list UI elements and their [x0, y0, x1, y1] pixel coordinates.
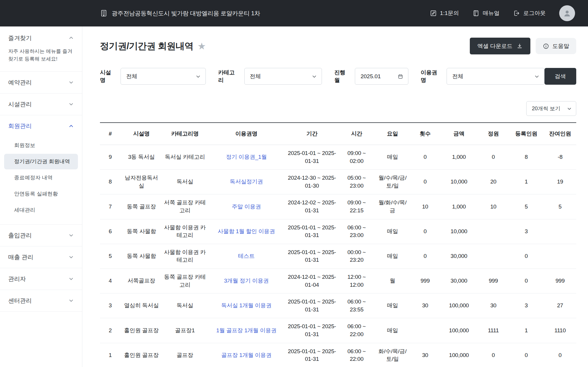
sidebar-item-admin[interactable]: 관리자: [0, 268, 82, 290]
cell-facility: 3동 독서실: [121, 145, 162, 170]
sidebar-item-reservation[interactable]: 예약관리: [0, 72, 82, 94]
cell-category: 사물함 이용권 카테고리: [162, 244, 208, 268]
cell-pass: 정기 이용권_1월: [208, 145, 285, 170]
avatar[interactable]: [559, 5, 575, 21]
page-title: 정기권/기간권 회원내역: [100, 40, 193, 52]
cell-period: 2025-01-01 ~ 2025-01-31: [285, 219, 339, 244]
cell-facility: 서쪽골프장: [121, 268, 162, 293]
sidebar-subitem-member-info[interactable]: 회원정보: [4, 138, 78, 153]
page-size-value: 20개씩 보기: [532, 105, 560, 112]
col-amount: 금액: [440, 123, 478, 145]
table-row: 93동 독서실독서실 카테고리정기 이용권_1월2025-01-01 ~ 202…: [100, 145, 576, 170]
pass-link[interactable]: 주말 이용권: [232, 203, 261, 210]
cell-capacity: [478, 244, 509, 268]
cell-facility: 동쪽 사물함: [121, 244, 162, 268]
book-icon: [472, 10, 480, 17]
cell-facility: 동쪽 골프장: [121, 194, 162, 219]
cell-remaining: [544, 219, 576, 244]
sidebar-item-facility[interactable]: 시설관리: [0, 94, 82, 115]
cell-count: 30: [410, 343, 440, 367]
cell-registered: 1: [509, 318, 544, 343]
chevron-up-icon: [69, 35, 74, 41]
pass-select[interactable]: 전체: [447, 68, 544, 85]
search-button[interactable]: 검색: [544, 68, 576, 85]
cell-category: 독서실 카테고리: [162, 145, 208, 170]
sidebar-item-favorites[interactable]: 즐겨찾기: [0, 28, 82, 48]
pass-link[interactable]: 3개월 정기 이용권: [224, 278, 269, 284]
filter-bar: 시설명 전체 카테고리 전체 진행월 2025.01 이용권명: [100, 68, 576, 85]
cell-registered: 8: [509, 145, 544, 170]
cell-capacity: 30: [478, 293, 509, 318]
sidebar-subitem-expiring[interactable]: 종료예정자 내역: [4, 170, 78, 186]
sidebar-item-center[interactable]: 센터관리: [0, 290, 82, 312]
inquiry-button[interactable]: 1:1문의: [430, 9, 459, 17]
main-content: 정기권/기간권 회원내역 ★ 엑셀 다운로드: [82, 26, 588, 367]
cell-num: 9: [100, 145, 121, 170]
cell-remaining: 27: [544, 293, 576, 318]
pass-link[interactable]: 1월 골프장 1개월 이용권: [216, 327, 276, 333]
month-input[interactable]: 2025.01: [355, 68, 408, 85]
cell-capacity: [478, 219, 509, 244]
logout-button[interactable]: 로그아웃: [513, 9, 546, 17]
cell-pass: 독서실정기권: [208, 170, 285, 194]
cell-capacity: 0: [478, 343, 509, 367]
cell-num: 5: [100, 244, 121, 268]
pass-link[interactable]: 독서실 1개월 이용권: [221, 302, 272, 308]
sidebar-item-member[interactable]: 회원관리: [0, 115, 82, 137]
excel-download-button[interactable]: 엑셀 다운로드: [470, 38, 530, 54]
cell-time: 00:00 ~ 23:20: [339, 244, 375, 268]
chevron-up-icon: [69, 124, 74, 129]
cell-amount: 1,000: [440, 145, 478, 170]
sidebar-subitem-household[interactable]: 세대관리: [4, 202, 78, 218]
pass-link[interactable]: 정기 이용권_1월: [226, 154, 267, 160]
favorites-section: 즐겨찾기 자주 사용하시는 메뉴를 즐겨찾기로 등록해 보세요!: [0, 26, 82, 72]
chevron-down-icon: [196, 74, 201, 79]
sidebar: 즐겨찾기 자주 사용하시는 메뉴를 즐겨찾기로 등록해 보세요! 예약관리 시설…: [0, 26, 82, 367]
pass-link[interactable]: 독서실정기권: [230, 179, 263, 185]
pass-link[interactable]: 사물함 1월 할인 이용권: [218, 228, 275, 234]
help-button[interactable]: 도움말: [536, 38, 576, 54]
sidebar-item-access[interactable]: 출입관리: [0, 225, 82, 246]
cell-pass: 주말 이용권: [208, 194, 285, 219]
cell-time: 06:00 ~ 22:00: [339, 343, 375, 367]
cell-time: 06:00 ~ 23:00: [339, 219, 375, 244]
cell-amount: 30,000: [440, 268, 478, 293]
member-menu-block: 회원관리 회원정보 정기권/기간권 회원내역 종료예정자 내역 안면등록 실패현…: [0, 115, 82, 225]
category-select[interactable]: 전체: [244, 68, 322, 85]
cell-registered: 0: [509, 244, 544, 268]
favorite-star-icon[interactable]: ★: [198, 41, 206, 51]
col-period: 기간: [285, 123, 339, 145]
manual-button[interactable]: 매뉴얼: [472, 9, 500, 17]
cell-amount: 100,000: [440, 343, 478, 367]
facility-select[interactable]: 전체: [121, 68, 206, 85]
pass-link[interactable]: 골프장 1개월 이용권: [221, 352, 272, 358]
cell-time: 12:00 ~ 12:00: [339, 268, 375, 293]
pass-select-value: 전체: [452, 73, 463, 80]
favorites-label: 즐겨찾기: [8, 34, 32, 42]
cell-num: 3: [100, 293, 121, 318]
pass-link[interactable]: 테스트: [238, 253, 255, 259]
logout-label: 로그아웃: [523, 9, 546, 17]
page-size-select[interactable]: 20개씩 보기: [526, 101, 576, 116]
sidebar-subitem-pass-history[interactable]: 정기권/기간권 회원내역: [4, 154, 78, 169]
chevron-down-icon: [69, 80, 74, 85]
sidebar-item-sales[interactable]: 매출 관리: [0, 246, 82, 268]
cell-num: 8: [100, 170, 121, 194]
col-days: 요일: [375, 123, 410, 145]
cell-capacity: 0: [478, 145, 509, 170]
cell-category: 독서실: [162, 170, 208, 194]
cell-days: 매일: [375, 293, 410, 318]
cell-remaining: [544, 244, 576, 268]
chevron-down-icon: [69, 101, 74, 107]
cell-category: 서쪽 골프장 카테고리: [162, 194, 208, 219]
menu-label: 회원관리: [8, 122, 32, 130]
topbar: 광주전남공동혁신도시 빛가람 대방엘리움 로얄카운티 1차 1:1문의 매뉴얼: [0, 0, 588, 26]
chevron-down-icon: [567, 106, 572, 111]
cell-days: 매일: [375, 219, 410, 244]
sidebar-subitem-face-fail[interactable]: 안면등록 실패현황: [4, 186, 78, 202]
cell-facility: 홀인원 골프장: [121, 318, 162, 343]
menu-label: 예약관리: [8, 79, 32, 86]
col-capacity: 정원: [478, 123, 509, 145]
cell-registered: 3: [509, 293, 544, 318]
cell-registered: 1: [509, 170, 544, 194]
